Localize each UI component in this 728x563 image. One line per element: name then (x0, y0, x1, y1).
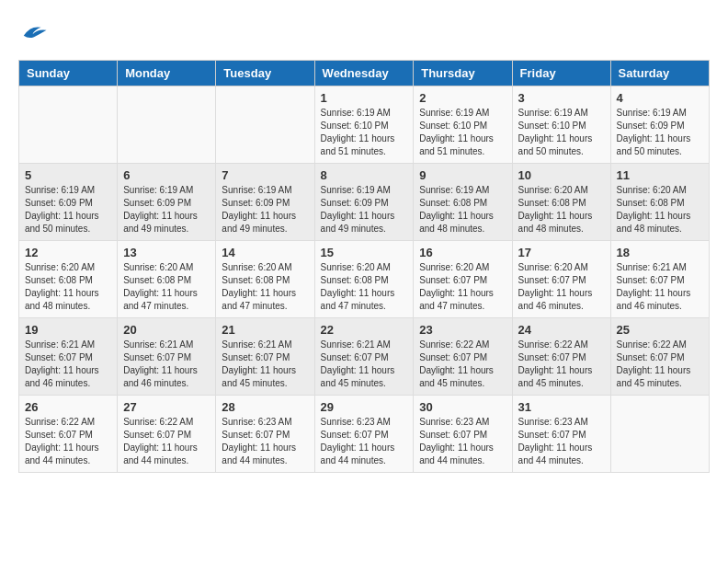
day-info: Sunrise: 6:22 AM Sunset: 6:07 PM Dayligh… (123, 416, 210, 467)
calendar-cell: 11Sunrise: 6:20 AM Sunset: 6:08 PM Dayli… (610, 164, 709, 241)
day-info: Sunrise: 6:20 AM Sunset: 6:07 PM Dayligh… (518, 261, 605, 313)
day-info: Sunrise: 6:20 AM Sunset: 6:08 PM Dayligh… (321, 261, 408, 313)
day-info: Sunrise: 6:22 AM Sunset: 6:07 PM Dayligh… (25, 416, 111, 467)
day-info: Sunrise: 6:20 AM Sunset: 6:08 PM Dayligh… (123, 261, 210, 313)
day-info: Sunrise: 6:20 AM Sunset: 6:08 PM Dayligh… (518, 184, 605, 236)
calendar-cell: 12Sunrise: 6:20 AM Sunset: 6:08 PM Dayli… (19, 241, 118, 318)
day-number: 1 (321, 91, 408, 105)
calendar-cell: 18Sunrise: 6:21 AM Sunset: 6:07 PM Dayli… (610, 241, 709, 318)
day-number: 28 (222, 400, 308, 414)
day-info: Sunrise: 6:19 AM Sunset: 6:10 PM Dayligh… (321, 107, 408, 158)
week-row-5: 26Sunrise: 6:22 AM Sunset: 6:07 PM Dayli… (19, 396, 710, 473)
calendar-table: SundayMondayTuesdayWednesdayThursdayFrid… (18, 60, 710, 473)
day-number: 31 (518, 400, 605, 414)
day-info: Sunrise: 6:19 AM Sunset: 6:10 PM Dayligh… (419, 107, 506, 158)
day-info: Sunrise: 6:21 AM Sunset: 6:07 PM Dayligh… (25, 339, 111, 390)
calendar-cell: 4Sunrise: 6:19 AM Sunset: 6:09 PM Daylig… (610, 86, 709, 164)
day-number: 21 (222, 323, 308, 337)
day-number: 22 (321, 323, 408, 337)
day-info: Sunrise: 6:23 AM Sunset: 6:07 PM Dayligh… (321, 416, 408, 467)
day-number: 7 (222, 168, 308, 182)
calendar-cell: 2Sunrise: 6:19 AM Sunset: 6:10 PM Daylig… (414, 86, 512, 164)
day-info: Sunrise: 6:21 AM Sunset: 6:07 PM Dayligh… (617, 261, 703, 313)
day-number: 3 (518, 91, 605, 105)
calendar-cell: 14Sunrise: 6:20 AM Sunset: 6:08 PM Dayli… (216, 241, 314, 318)
day-number: 29 (321, 400, 408, 414)
calendar-cell: 26Sunrise: 6:22 AM Sunset: 6:07 PM Dayli… (19, 396, 118, 473)
day-number: 19 (25, 323, 111, 337)
day-info: Sunrise: 6:22 AM Sunset: 6:07 PM Dayligh… (419, 339, 506, 390)
day-number: 17 (518, 246, 605, 259)
day-number: 24 (518, 323, 605, 337)
calendar-cell: 16Sunrise: 6:20 AM Sunset: 6:07 PM Dayli… (414, 241, 512, 318)
calendar-cell (610, 396, 709, 473)
day-info: Sunrise: 6:19 AM Sunset: 6:09 PM Dayligh… (617, 107, 703, 158)
calendar-cell: 8Sunrise: 6:19 AM Sunset: 6:09 PM Daylig… (314, 164, 414, 241)
col-header-tuesday: Tuesday (216, 61, 314, 86)
calendar-cell: 1Sunrise: 6:19 AM Sunset: 6:10 PM Daylig… (314, 86, 414, 164)
day-number: 23 (419, 323, 506, 337)
day-info: Sunrise: 6:21 AM Sunset: 6:07 PM Dayligh… (222, 339, 308, 390)
logo (18, 18, 48, 51)
page-header (18, 18, 710, 51)
day-info: Sunrise: 6:19 AM Sunset: 6:09 PM Dayligh… (321, 184, 408, 236)
calendar-cell: 19Sunrise: 6:21 AM Sunset: 6:07 PM Dayli… (19, 318, 118, 396)
week-row-1: 1Sunrise: 6:19 AM Sunset: 6:10 PM Daylig… (19, 86, 710, 164)
day-number: 6 (123, 168, 210, 182)
day-info: Sunrise: 6:20 AM Sunset: 6:08 PM Dayligh… (222, 261, 308, 313)
day-number: 26 (25, 400, 111, 414)
calendar-cell: 30Sunrise: 6:23 AM Sunset: 6:07 PM Dayli… (414, 396, 512, 473)
calendar-cell (216, 86, 314, 164)
calendar-cell: 31Sunrise: 6:23 AM Sunset: 6:07 PM Dayli… (512, 396, 610, 473)
calendar-cell: 23Sunrise: 6:22 AM Sunset: 6:07 PM Dayli… (414, 318, 512, 396)
day-info: Sunrise: 6:19 AM Sunset: 6:09 PM Dayligh… (25, 184, 111, 236)
calendar-cell (19, 86, 118, 164)
day-number: 25 (617, 323, 703, 337)
day-info: Sunrise: 6:22 AM Sunset: 6:07 PM Dayligh… (617, 339, 703, 390)
day-info: Sunrise: 6:23 AM Sunset: 6:07 PM Dayligh… (518, 416, 605, 467)
col-header-friday: Friday (512, 61, 610, 86)
calendar-cell: 27Sunrise: 6:22 AM Sunset: 6:07 PM Dayli… (118, 396, 216, 473)
calendar-cell: 24Sunrise: 6:22 AM Sunset: 6:07 PM Dayli… (512, 318, 610, 396)
calendar-cell: 13Sunrise: 6:20 AM Sunset: 6:08 PM Dayli… (118, 241, 216, 318)
day-info: Sunrise: 6:23 AM Sunset: 6:07 PM Dayligh… (419, 416, 506, 467)
calendar-cell (118, 86, 216, 164)
calendar-cell: 10Sunrise: 6:20 AM Sunset: 6:08 PM Dayli… (512, 164, 610, 241)
calendar-cell: 21Sunrise: 6:21 AM Sunset: 6:07 PM Dayli… (216, 318, 314, 396)
day-info: Sunrise: 6:19 AM Sunset: 6:08 PM Dayligh… (419, 184, 506, 236)
day-number: 2 (419, 91, 506, 105)
week-row-4: 19Sunrise: 6:21 AM Sunset: 6:07 PM Dayli… (19, 318, 710, 396)
day-number: 15 (321, 246, 408, 259)
day-info: Sunrise: 6:19 AM Sunset: 6:09 PM Dayligh… (222, 184, 308, 236)
week-row-3: 12Sunrise: 6:20 AM Sunset: 6:08 PM Dayli… (19, 241, 710, 318)
calendar-cell: 28Sunrise: 6:23 AM Sunset: 6:07 PM Dayli… (216, 396, 314, 473)
col-header-sunday: Sunday (19, 61, 118, 86)
day-info: Sunrise: 6:19 AM Sunset: 6:09 PM Dayligh… (123, 184, 210, 236)
day-info: Sunrise: 6:20 AM Sunset: 6:07 PM Dayligh… (419, 261, 506, 313)
day-number: 14 (222, 246, 308, 259)
day-number: 10 (518, 168, 605, 182)
day-info: Sunrise: 6:23 AM Sunset: 6:07 PM Dayligh… (222, 416, 308, 467)
day-number: 20 (123, 323, 210, 337)
calendar-cell: 20Sunrise: 6:21 AM Sunset: 6:07 PM Dayli… (118, 318, 216, 396)
day-info: Sunrise: 6:20 AM Sunset: 6:08 PM Dayligh… (617, 184, 703, 236)
day-number: 18 (617, 246, 703, 259)
day-number: 11 (617, 168, 703, 182)
day-number: 5 (25, 168, 111, 182)
day-number: 4 (617, 91, 703, 105)
day-number: 16 (419, 246, 506, 259)
logo-bird-icon (20, 18, 48, 46)
calendar-cell: 22Sunrise: 6:21 AM Sunset: 6:07 PM Dayli… (314, 318, 414, 396)
calendar-cell: 17Sunrise: 6:20 AM Sunset: 6:07 PM Dayli… (512, 241, 610, 318)
col-header-monday: Monday (118, 61, 216, 86)
week-row-2: 5Sunrise: 6:19 AM Sunset: 6:09 PM Daylig… (19, 164, 710, 241)
day-info: Sunrise: 6:21 AM Sunset: 6:07 PM Dayligh… (123, 339, 210, 390)
day-number: 27 (123, 400, 210, 414)
col-header-thursday: Thursday (414, 61, 512, 86)
calendar-cell: 3Sunrise: 6:19 AM Sunset: 6:10 PM Daylig… (512, 86, 610, 164)
calendar-cell: 15Sunrise: 6:20 AM Sunset: 6:08 PM Dayli… (314, 241, 414, 318)
day-info: Sunrise: 6:21 AM Sunset: 6:07 PM Dayligh… (321, 339, 408, 390)
logo-text (18, 18, 48, 51)
calendar-cell: 25Sunrise: 6:22 AM Sunset: 6:07 PM Dayli… (610, 318, 709, 396)
day-number: 13 (123, 246, 210, 259)
